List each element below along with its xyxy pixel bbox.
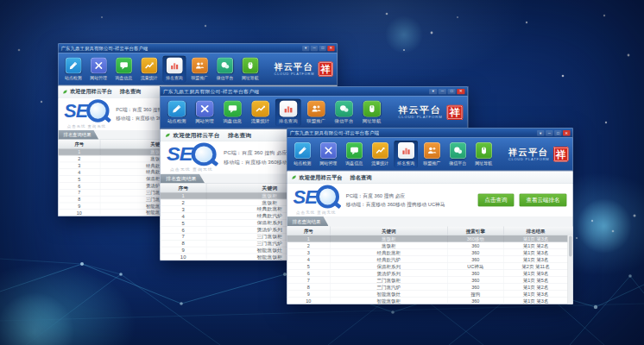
minimize-button[interactable]: ─ bbox=[439, 89, 446, 94]
table-row[interactable]: 2蒸饭柜360第1页 第2名 bbox=[287, 242, 573, 249]
toolbar-item-site-manage[interactable]: 网站管理 bbox=[317, 141, 341, 168]
maximize-button[interactable]: □ bbox=[319, 46, 326, 51]
seo-logo-letters: SE bbox=[64, 102, 87, 121]
maximize-button[interactable]: □ bbox=[554, 130, 562, 136]
toolbar-item-site-check[interactable]: 站点检测 bbox=[291, 141, 315, 168]
brand-name: 祥云平台 bbox=[398, 105, 442, 114]
toolbar-item-inquiry-message[interactable]: 询盘信息 bbox=[219, 99, 245, 126]
magnifier-icon bbox=[86, 99, 109, 122]
window-titlebar[interactable]: 广东九鼎王厨具有限公司-祥云平台客户端 ▾ ─ □ ✕ bbox=[58, 43, 337, 53]
tab-ranking-results[interactable]: 排名查询结果 bbox=[287, 216, 329, 226]
window-titlebar[interactable]: 广东九鼎王厨具有限公司-祥云平台客户端 ▾ ─ □ ✕ bbox=[287, 129, 573, 138]
skin-button[interactable]: ▾ bbox=[302, 46, 309, 51]
site-nav-icon bbox=[476, 142, 492, 159]
cell-no: 7 bbox=[58, 190, 100, 196]
cell-result: 第1页 第3名 bbox=[504, 235, 568, 242]
main-toolbar: 站点检测网站管理询盘信息流量统计排名查询联盟推广微信平台网址导航 祥云平台 CL… bbox=[287, 138, 573, 172]
cell-no: 5 bbox=[287, 263, 331, 270]
toolbar-item-label: 网址导航 bbox=[475, 160, 492, 166]
maximize-button[interactable]: □ bbox=[448, 89, 456, 94]
skin-button[interactable]: ▾ bbox=[537, 130, 545, 136]
table-row[interactable]: 8三门蒸汽炉360第1页 第2名 bbox=[287, 284, 573, 291]
toolbar-item-site-nav[interactable]: 网址导航 bbox=[359, 99, 385, 126]
toolbar-item-traffic-stats[interactable]: 流量统计 bbox=[369, 141, 393, 168]
toolbar-item-alliance-promo[interactable]: 联盟推广 bbox=[420, 141, 445, 168]
table-row[interactable]: 7三门蒸饭柜360第1页 第5名 bbox=[287, 277, 573, 284]
toolbar-item-site-check[interactable]: 站点检测 bbox=[61, 55, 85, 82]
toolbar-item-label: 流量统计 bbox=[251, 118, 270, 124]
cell-no: 1 bbox=[58, 149, 100, 155]
close-button[interactable]: ✕ bbox=[327, 46, 334, 51]
toolbar-item-site-check[interactable]: 站点检测 bbox=[164, 99, 190, 126]
toolbar-item-alliance-promo[interactable]: 联盟推广 bbox=[188, 55, 212, 82]
header-keyword: 关键词 bbox=[331, 227, 448, 235]
close-button[interactable]: ✕ bbox=[563, 130, 571, 136]
tab-ranking-results[interactable]: 排名查询结果 bbox=[58, 130, 98, 140]
window-controls: ▾ ─ □ ✕ bbox=[537, 130, 571, 136]
cell-keyword: 三门蒸饭柜 bbox=[331, 277, 448, 284]
site-manage-icon bbox=[91, 57, 107, 73]
table-row[interactable]: 10智能蒸饭柜360第1页 第3名 bbox=[287, 298, 573, 304]
traffic-stats-icon bbox=[251, 101, 268, 117]
mobile-engines-line: 移动端：百度移动 360移动 搜狗移动 UC神马 bbox=[346, 200, 445, 209]
table-scrollbar[interactable] bbox=[568, 235, 573, 304]
table-row[interactable]: 9智能蒸饭灶搜狗第1页 第3名 bbox=[287, 291, 573, 298]
cell-no: 9 bbox=[58, 203, 100, 209]
skin-button[interactable]: ▾ bbox=[429, 89, 437, 94]
seo-logo-letters: SE bbox=[167, 145, 192, 164]
toolbar-item-site-nav[interactable]: 网址导航 bbox=[472, 141, 496, 168]
cell-no: 1 bbox=[161, 192, 207, 198]
toolbar-item-wechat-platform[interactable]: 微信平台 bbox=[213, 55, 237, 82]
table-row[interactable]: 5保温柜系列UC神马第2页 第11名 bbox=[287, 263, 573, 270]
breadcrumb-page: 排名查询 bbox=[120, 88, 141, 95]
header-no: 序号 bbox=[161, 184, 207, 192]
site-nav-icon bbox=[363, 101, 380, 117]
cell-no: 10 bbox=[58, 210, 100, 216]
brand-subtitle: CLOUD PLATFORM bbox=[398, 116, 442, 119]
site-check-icon bbox=[294, 142, 311, 159]
window-title: 广东九鼎王厨具有限公司-祥云平台客户端 bbox=[163, 88, 260, 94]
table-row[interactable]: 4经典款汽炉360第1页 第3名 bbox=[287, 256, 573, 263]
toolbar-item-ranking-query[interactable]: 排名查询 bbox=[275, 99, 301, 126]
cell-no: 3 bbox=[58, 162, 100, 168]
window-titlebar[interactable]: 广东九鼎王厨具有限公司-祥云平台客户端 ▾ ─ □ ✕ bbox=[161, 86, 468, 96]
cell-keyword: 保温柜系列 bbox=[331, 263, 448, 270]
cell-engine: 360 bbox=[448, 277, 504, 284]
toolbar-item-ranking-query[interactable]: 排名查询 bbox=[163, 55, 186, 82]
view-cloud-ranking-button[interactable]: 查看云端排名 bbox=[520, 194, 567, 207]
ranking-query-icon bbox=[280, 101, 297, 117]
scrollbar-thumb[interactable] bbox=[569, 236, 572, 257]
table-row[interactable]: 1蒸饭柜360移动第1页 第3名 bbox=[287, 235, 573, 242]
toolbar-item-wechat-platform[interactable]: 微信平台 bbox=[446, 141, 470, 168]
toolbar-item-alliance-promo[interactable]: 联盟推广 bbox=[303, 99, 329, 126]
toolbar-item-wechat-platform[interactable]: 微信平台 bbox=[331, 99, 357, 126]
cell-engine: 360 bbox=[448, 270, 504, 277]
toolbar-item-site-manage[interactable]: 网站管理 bbox=[87, 55, 110, 82]
cell-no: 2 bbox=[58, 155, 100, 161]
toolbar-item-ranking-query[interactable]: 排名查询 bbox=[395, 141, 419, 168]
toolbar-item-site-nav[interactable]: 网址导航 bbox=[238, 55, 262, 82]
table-row[interactable]: 3经典款蒸柜360第1页 第3名 bbox=[287, 249, 573, 256]
cell-engine: 360 bbox=[448, 242, 504, 249]
cell-no: 5 bbox=[161, 220, 207, 226]
click-query-button[interactable]: 点击查询 bbox=[478, 194, 515, 207]
header-result: 排名结果 bbox=[504, 227, 568, 235]
toolbar-item-label: 联盟推广 bbox=[423, 160, 440, 166]
seo-tagline: 点击无忧 查询无忧 bbox=[67, 123, 106, 129]
toolbar-item-label: 站点检测 bbox=[167, 118, 186, 124]
tab-ranking-results[interactable]: 排名查询结果 bbox=[161, 174, 205, 184]
toolbar-item-inquiry-message[interactable]: 询盘信息 bbox=[343, 141, 367, 168]
breadcrumb-welcome: 欢迎使用祥云平台 bbox=[174, 132, 220, 139]
toolbar-item-site-manage[interactable]: 网站管理 bbox=[192, 99, 218, 126]
leaf-icon bbox=[292, 175, 297, 180]
toolbar-item-inquiry-message[interactable]: 询盘信息 bbox=[112, 55, 136, 82]
toolbar-item-traffic-stats[interactable]: 流量统计 bbox=[248, 99, 274, 126]
minimize-button[interactable]: ─ bbox=[311, 46, 318, 51]
cell-no: 8 bbox=[161, 240, 207, 246]
table-row[interactable]: 6煲汤炉系列360第1页 第9名 bbox=[287, 270, 573, 277]
minimize-button[interactable]: ─ bbox=[546, 130, 553, 136]
toolbar-item-label: 询盘信息 bbox=[223, 118, 242, 124]
close-button[interactable]: ✕ bbox=[457, 89, 464, 94]
window-title: 广东九鼎王厨具有限公司-祥云平台客户端 bbox=[290, 129, 380, 136]
toolbar-item-traffic-stats[interactable]: 流量统计 bbox=[137, 55, 161, 82]
